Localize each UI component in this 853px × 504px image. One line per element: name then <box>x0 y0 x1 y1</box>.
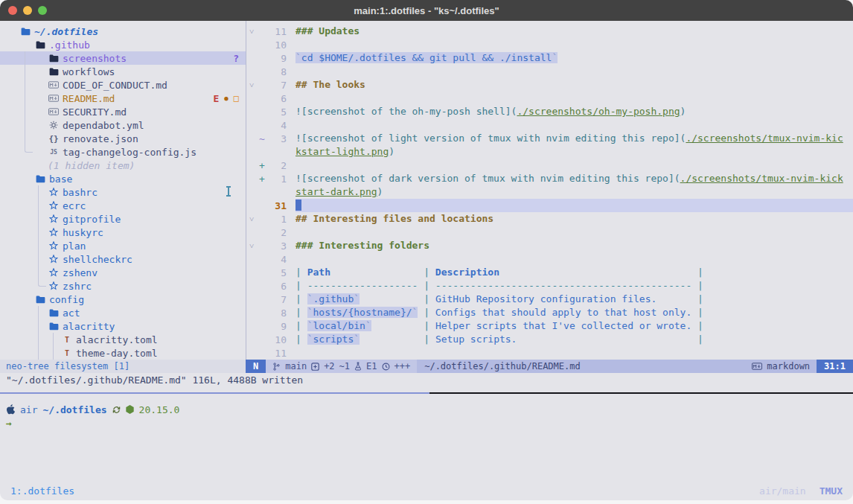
zoom-button[interactable] <box>38 6 47 15</box>
fold-marker <box>246 268 257 278</box>
line-number: 6 <box>267 281 287 292</box>
syntax-segment: GitHub Repository configuration files. <box>435 293 656 304</box>
tree-item-label: config <box>49 294 84 305</box>
editor-line[interactable]: 5![screenshot of the oh-my-posh shell](.… <box>246 105 853 118</box>
filetype-segment: markdown <box>745 360 817 373</box>
editor-line[interactable]: 4 <box>246 118 853 132</box>
git-sync-icon <box>112 406 121 414</box>
fold-marker[interactable]: ˅ <box>246 241 257 251</box>
editor-line[interactable]: 5| Path | Description | <box>246 266 853 279</box>
tree-item-theme-day-toml[interactable]: Ttheme-day.toml <box>0 346 246 360</box>
editor-line[interactable]: 6 <box>246 92 853 105</box>
prompt-arrow-icon: → <box>6 418 12 429</box>
tree-item-label: .github <box>49 39 90 51</box>
editor-line[interactable]: 8 <box>246 65 853 78</box>
tree-item-dependabot-yml[interactable]: dependabot.yml <box>0 118 246 132</box>
titlebar[interactable]: main:1:.dotfiles - "ks~/.dotfiles" <box>0 0 853 21</box>
editor-pane[interactable]: ˅ 11### Updates 10 9`cd $HOME/.dotfiles … <box>246 21 853 360</box>
cursor-position: 31:1 <box>817 360 853 373</box>
fold-marker[interactable]: ˅ <box>246 27 257 36</box>
editor-line[interactable]: ˅ 7## The looks <box>246 78 853 92</box>
tree-item-base[interactable]: base <box>0 172 246 185</box>
fold-marker <box>246 107 257 117</box>
tree-item-renovate-json[interactable]: {}renovate.json <box>0 132 246 145</box>
syntax-segment: | <box>418 293 435 304</box>
tree-item-bashrc[interactable]: bashrc <box>0 185 246 199</box>
syntax-segment: ![screenshot of light version of tmux wi… <box>295 133 686 144</box>
editor-line[interactable]: 8| `hosts/{hostname}/` | Configs that sh… <box>246 306 853 319</box>
tree-item-huskyrc[interactable]: huskyrc <box>0 226 246 239</box>
tree-item-label: gitprofile <box>63 214 121 225</box>
shell-pane[interactable]: air ~/.dotfiles 20.15.0 → <box>0 394 853 481</box>
editor-line[interactable]: ˅ 1## Interesting files and locations <box>246 212 853 226</box>
tree-item-shellcheckrc[interactable]: shellcheckrc <box>0 252 246 266</box>
tmux-pane-border[interactable] <box>0 392 853 394</box>
tree-item-code-of-conduct-md[interactable]: CODE_OF_CONDUCT.md <box>0 78 246 92</box>
git-status-mark: E <box>214 93 220 104</box>
line-text <box>295 65 853 78</box>
editor-line[interactable]: kstart-light.png) <box>246 145 853 159</box>
editor-line[interactable]: 6| ------------------- | ---------------… <box>246 279 853 293</box>
syntax-segment: cd $HOME/.dotfiles && git pull && ./inst… <box>301 52 552 63</box>
editor-line[interactable]: ~3![screenshot of light version of tmux … <box>246 132 853 145</box>
fold-marker[interactable]: ˅ <box>246 80 257 90</box>
editor-line[interactable]: 9`cd $HOME/.dotfiles && git pull && ./in… <box>246 51 853 65</box>
editor-line[interactable]: 10| `scripts` | Setup scripts. | <box>246 333 853 346</box>
editor-line[interactable]: 7| `.github` | GitHub Repository configu… <box>246 293 853 306</box>
tree-item-gitprofile[interactable]: gitprofile <box>0 212 246 226</box>
tree-item-label: README.md <box>63 93 115 104</box>
neo-tree-panel[interactable]: ~/.dotfiles.githubscreenshots?workflowsC… <box>0 21 246 360</box>
minimize-button[interactable] <box>23 6 32 15</box>
line-text: | Path | Description | <box>295 266 853 279</box>
editor-line[interactable]: ˅ 11### Updates <box>246 25 853 38</box>
tree-item-workflows[interactable]: workflows <box>0 65 246 78</box>
tree-item-label: huskyrc <box>63 227 103 238</box>
gitsign <box>257 214 267 225</box>
tree-item-alacritty-toml[interactable]: Talacritty.toml <box>0 333 246 346</box>
prompt-input[interactable]: → <box>6 416 853 430</box>
line-number: 4 <box>267 254 287 265</box>
tree-item--github[interactable]: .github <box>0 38 246 51</box>
editor-line[interactable]: 31 <box>246 199 853 212</box>
fold-marker <box>246 67 257 77</box>
tree-item-zshrc[interactable]: zshrc <box>0 279 246 293</box>
tree-item-zshenv[interactable]: zshenv <box>0 266 246 279</box>
tree-item-config[interactable]: config <box>0 293 246 306</box>
fold-marker <box>246 188 257 197</box>
tree-item-label: shellcheckrc <box>63 254 132 265</box>
tree-item-plan[interactable]: plan <box>0 239 246 252</box>
close-button[interactable] <box>8 6 17 15</box>
tree-item-screenshots[interactable]: screenshots? <box>0 51 246 65</box>
syntax-segment: ![screenshot of the oh-my-posh shell]( <box>295 106 517 117</box>
tree-item-label: tag-changelog-config.js <box>63 147 197 158</box>
line-text: `cd $HOME/.dotfiles && git pull && ./ins… <box>295 51 853 65</box>
buffer-icon <box>311 363 319 371</box>
tree-item-alacritty[interactable]: alacritty <box>0 319 246 333</box>
md-icon <box>48 95 60 102</box>
tree-item-tag-changelog-config-js[interactable]: JStag-changelog-config.js <box>0 145 246 159</box>
tree-item-act[interactable]: act <box>0 306 246 319</box>
tree-item-readme-md[interactable]: README.mdE●□ <box>0 92 246 105</box>
nodejs-icon <box>126 405 134 414</box>
syntax-segment: ` <box>365 320 371 331</box>
editor-line[interactable]: 10 <box>246 38 853 51</box>
syntax-segment: ) <box>389 146 394 157</box>
tree-item--1-hidden-item-[interactable]: (1 hidden item) <box>0 159 246 172</box>
editor-line[interactable]: 11 <box>246 346 853 360</box>
tree-item-security-md[interactable]: SECURITY.md <box>0 105 246 118</box>
fold-marker[interactable]: ˅ <box>246 214 257 224</box>
tree-item-label: zshrc <box>63 281 92 292</box>
line-text: | `.github` | GitHub Repository configur… <box>295 293 853 306</box>
editor-line[interactable]: +2 <box>246 159 853 172</box>
tree-item--dotfiles[interactable]: ~/.dotfiles <box>0 25 246 38</box>
editor-line[interactable]: 2 <box>246 226 853 239</box>
editor-line[interactable]: 4 <box>246 252 853 266</box>
editor-line[interactable]: start-dark.png) <box>246 185 853 199</box>
editor-line[interactable]: +1![screenshot of dark version of tmux w… <box>246 172 853 185</box>
syntax-segment: ` <box>295 52 301 63</box>
fold-marker <box>246 161 257 170</box>
editor-line[interactable]: 9| `local/bin` | Helper scripts that I'v… <box>246 319 853 333</box>
tree-item-ecrc[interactable]: ecrc <box>0 199 246 212</box>
editor-line[interactable]: ˅ 3### Interesting folders <box>246 239 853 252</box>
tmux-window-item[interactable]: 1:.dotfiles <box>10 485 74 497</box>
